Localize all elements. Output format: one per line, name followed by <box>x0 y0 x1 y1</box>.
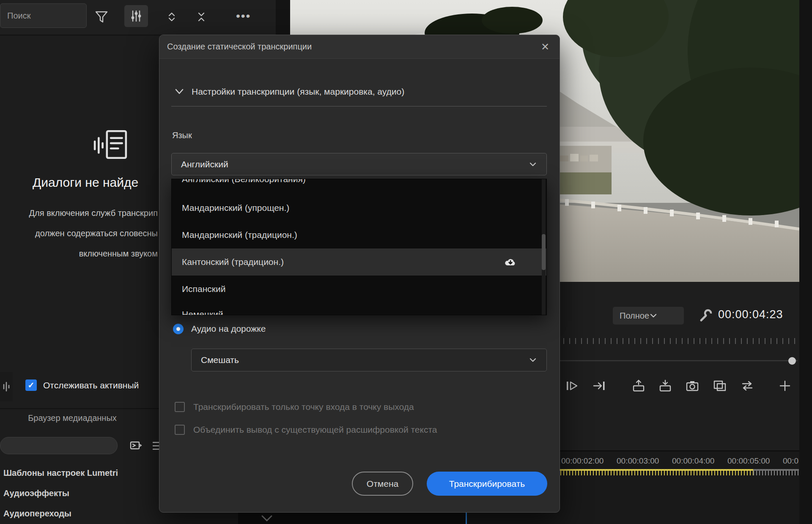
extract-icon[interactable] <box>658 378 673 393</box>
lift-icon[interactable] <box>631 378 646 393</box>
chevron-down-icon <box>174 87 185 96</box>
dropdown-item-partial-top[interactable]: Английский (Великобритания) <box>172 179 546 194</box>
timeline-timecode: 00:00:02:00 <box>561 456 604 466</box>
language-dropdown-list: Английский (Великобритания) Мандаринский… <box>171 179 547 315</box>
comparison-view-icon[interactable] <box>740 378 755 393</box>
play-in-out-icon[interactable] <box>565 378 580 393</box>
checkbox-unchecked-icon[interactable] <box>175 425 185 435</box>
chevron-down-icon <box>529 161 537 167</box>
transcript-settings-icon[interactable] <box>124 5 148 27</box>
dropdown-item-mandarin-traditional[interactable]: Мандаринский (традицион.) <box>172 221 546 248</box>
search-input[interactable] <box>0 3 87 28</box>
timeline-playhead-line[interactable] <box>466 511 467 524</box>
empty-state-line: Для включения служб транскрип <box>0 203 158 223</box>
audio-on-track-radio-row[interactable]: Аудио на дорожке <box>173 322 266 335</box>
bottom-panel-strip <box>238 513 466 524</box>
tab-media-browser[interactable]: Браузер медиаданных <box>24 413 121 423</box>
dropdown-item-partial-bottom[interactable]: Немецкий <box>172 303 546 315</box>
transcribe-button[interactable]: Транскрибировать <box>427 472 547 496</box>
timeline-ruler-ticks-rest[interactable] <box>753 471 799 475</box>
goto-next-edit-icon[interactable] <box>592 378 607 393</box>
dropdown-scrollbar-thumb[interactable] <box>542 234 546 270</box>
expand-all-icon[interactable] <box>163 8 180 25</box>
transcribe-in-out-label: Транскрибировать только точку входа в то… <box>193 402 414 412</box>
cancel-button[interactable]: Отмена <box>352 472 413 496</box>
audio-mix-value: Смешать <box>201 355 239 365</box>
radio-selected-icon[interactable] <box>173 324 184 334</box>
more-options-icon[interactable]: ••• <box>236 9 251 23</box>
list-item-audio-effects[interactable]: Аудиоэффекты <box>3 489 69 498</box>
check-icon: ✓ <box>28 380 35 390</box>
zoom-level-value: Полное <box>620 311 649 321</box>
merge-output-row[interactable]: Объединить вывод с существующей расшифро… <box>175 424 437 436</box>
dropdown-item-cantonese[interactable]: Кантонский (традицион.) <box>172 248 546 276</box>
timeline-timecode: 00:00:04:00 <box>672 456 714 466</box>
chevron-down-icon <box>529 357 537 363</box>
dialog-titlebar[interactable]: Создание статической транскрипции ✕ <box>159 35 560 59</box>
audio-mix-select[interactable]: Смешать <box>191 349 547 371</box>
zoom-level-select[interactable]: Полное <box>613 307 684 325</box>
section-header-label: Настройки транскрипции (язык, маркировка… <box>192 87 404 97</box>
snapshot-camera-icon[interactable] <box>685 378 700 393</box>
settings-wrench-icon[interactable] <box>698 308 713 323</box>
section-separator <box>171 106 547 106</box>
language-select-value: Английский <box>181 159 228 169</box>
list-item-audio-transitions[interactable]: Аудиопереходы <box>3 509 71 519</box>
timeline-ruler-ticks[interactable] <box>557 471 753 475</box>
timeline-timecode: 00:0 <box>783 456 798 466</box>
track-active-checkbox[interactable]: ✓ <box>25 379 37 391</box>
transcribe-in-out-row[interactable]: Транскрибировать только точку входа в то… <box>175 401 414 413</box>
empty-state-title: Диалоги не найде <box>33 175 138 190</box>
track-active-label: Отслеживать активный <box>43 380 139 390</box>
app-root: ••• Диалоги не найде Для включения служб… <box>0 0 812 524</box>
transcript-toolbar: ••• <box>0 0 276 35</box>
empty-state-line: должен содержаться словесны <box>0 223 158 243</box>
cloud-download-icon <box>504 257 517 267</box>
multicam-icon[interactable] <box>712 378 727 393</box>
empty-state-message: Для включения служб транскрип должен сод… <box>0 203 158 264</box>
program-timecode[interactable]: 00:00:04:23 <box>718 308 783 321</box>
media-browser-icon[interactable] <box>129 439 143 453</box>
language-label: Язык <box>172 131 192 140</box>
dropdown-item-spanish[interactable]: Испанский <box>172 276 546 303</box>
timeline-timecode: 00:00:03:00 <box>617 456 659 466</box>
checkbox-unchecked-icon[interactable] <box>175 402 185 412</box>
list-item-lumetri-presets[interactable]: Шаблоны настроек Lumetri <box>3 468 118 478</box>
window-edge-strip <box>799 0 812 524</box>
collapse-all-icon[interactable] <box>193 8 210 25</box>
dialog-title: Создание статической транскрипции <box>167 42 312 52</box>
transcript-empty-icon <box>92 127 129 165</box>
filter-icon[interactable] <box>93 8 110 25</box>
empty-state-line: включенным звуком <box>0 243 158 264</box>
merge-output-label: Объединить вывод с существующей расшифро… <box>193 425 437 435</box>
chevron-down-icon[interactable] <box>261 515 273 522</box>
transcription-settings-section[interactable]: Настройки транскрипции (язык, маркировка… <box>174 82 404 101</box>
dropdown-item-mandarin-simplified[interactable]: Мандаринский (упрощен.) <box>172 194 546 221</box>
panel-edge-strip <box>0 372 13 401</box>
playhead-knob[interactable] <box>788 357 796 365</box>
monitor-ruler[interactable] <box>557 338 798 344</box>
language-select[interactable]: Английский <box>171 153 547 175</box>
media-browser-search-input[interactable] <box>0 437 118 454</box>
timeline-timecode: 00:00:05:00 <box>727 456 770 466</box>
create-transcription-dialog: Создание статической транскрипции ✕ Наст… <box>159 35 560 513</box>
add-button-icon[interactable] <box>777 378 793 393</box>
audio-on-track-label: Аудио на дорожке <box>191 324 266 334</box>
monitor-scrollbar-track[interactable] <box>557 360 798 361</box>
close-icon[interactable]: ✕ <box>538 41 552 52</box>
chevron-down-icon <box>649 313 658 319</box>
